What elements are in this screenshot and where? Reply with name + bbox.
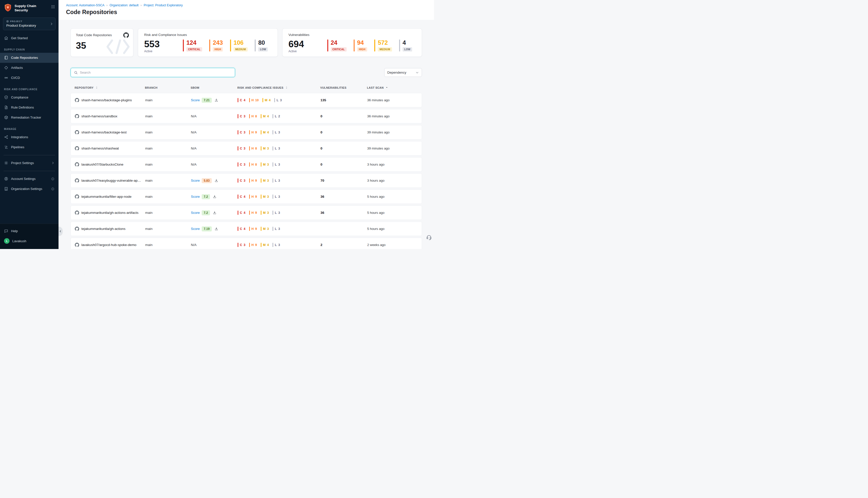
- table-row[interactable]: shash-harness/backstage-plugins main Sco…: [70, 93, 422, 107]
- severity-count: 9: [255, 131, 257, 134]
- repo-cell: shash-harness/sandbox: [75, 114, 145, 118]
- severity-bar: [249, 243, 250, 247]
- repo-name[interactable]: shash-harness/shashwat: [81, 146, 119, 150]
- sidebar-item-rule-definitions[interactable]: Rule Definitions: [0, 103, 58, 113]
- sidebar-item-remediation-tracker[interactable]: Remediation Tracker: [0, 113, 58, 122]
- risk-cell: C3 H8 M3 L3: [238, 146, 320, 150]
- sbom-score-link[interactable]: Score: [191, 195, 200, 198]
- repo-name[interactable]: shash-harness/backstage-test: [81, 130, 126, 134]
- repo-name[interactable]: tejakummarikuntla/gh-actions: [81, 227, 125, 231]
- column-header-risk[interactable]: RISK AND COMPLIANCE ISSUES: [237, 86, 320, 89]
- table-row[interactable]: lavakush07/argocd-hub-spoke-demo main N/…: [70, 238, 422, 249]
- severity-medium: M3: [261, 179, 269, 183]
- severity-count: 3: [267, 227, 269, 231]
- stat-value: 572: [378, 39, 392, 46]
- sidebar-footer: Help L Lavakush: [0, 224, 58, 249]
- download-icon[interactable]: [213, 211, 216, 214]
- sbom-score-link[interactable]: Score: [191, 98, 200, 102]
- severity-critical: C4: [238, 227, 245, 231]
- severity-letter: L: [275, 131, 277, 134]
- severity-count: 3: [267, 179, 269, 182]
- stat-value: 106: [233, 39, 248, 46]
- download-icon[interactable]: [214, 179, 218, 182]
- severity-critical: C3: [238, 243, 245, 247]
- repo-cell: tejakummarikuntla/gh-actions: [75, 227, 145, 231]
- severity-medium: M3: [261, 227, 269, 231]
- table-row[interactable]: tejakummarikuntla/gh-actions main Score7…: [70, 222, 422, 236]
- sidebar-item-user[interactable]: L Lavakush: [0, 236, 58, 246]
- stat-label: MEDIUM: [233, 47, 248, 52]
- table-row[interactable]: lavakush07/StarbucksClone main N/A C3 H8…: [70, 157, 422, 172]
- sidebar-item-help[interactable]: Help: [0, 226, 58, 236]
- sidebar-item-integrations[interactable]: Integrations: [0, 132, 58, 142]
- sbom-cell: Score7.19: [191, 226, 238, 232]
- repo-name[interactable]: shash-harness/sandbox: [81, 114, 117, 118]
- sidebar-item-artifacts[interactable]: Artifacts: [0, 63, 58, 73]
- vulnerabilities-count: 36: [320, 211, 367, 214]
- repo-name[interactable]: lavakush07/easybuggy-vulnerable-app...: [81, 179, 142, 182]
- severity-count: 2: [278, 115, 280, 118]
- download-icon[interactable]: [213, 195, 216, 198]
- breadcrumb-account[interactable]: Account: Automation-SSCA: [66, 3, 105, 7]
- sidebar-item-label: Account Settings: [11, 177, 36, 181]
- module-switcher-icon[interactable]: [51, 3, 55, 10]
- severity-medium: M4: [263, 98, 270, 102]
- severity-bar: [183, 39, 184, 52]
- sidebar-item-compliance[interactable]: Compliance: [0, 92, 58, 103]
- last-scan: 3 hours ago: [367, 179, 418, 182]
- repo-name[interactable]: tejakummarikuntla/filler-app-node: [81, 195, 132, 198]
- breadcrumb-organization[interactable]: Organization: default: [109, 3, 138, 7]
- severity-letter: C: [240, 131, 242, 134]
- card-title: Vulnerabilities: [289, 33, 416, 37]
- download-icon[interactable]: [214, 98, 218, 102]
- sort-icon[interactable]: [95, 86, 98, 89]
- column-header-repository[interactable]: REPOSITORY: [75, 86, 145, 89]
- repo-name[interactable]: shash-harness/backstage-plugins: [81, 98, 132, 102]
- sbom-score-link[interactable]: Score: [191, 227, 200, 231]
- sbom-na: N/A: [191, 243, 197, 247]
- sbom-score-link[interactable]: Score: [191, 179, 200, 182]
- download-icon[interactable]: [214, 227, 218, 231]
- dependency-filter-dropdown[interactable]: Dependency: [384, 68, 422, 77]
- filter-selected-value: Dependency: [387, 70, 406, 74]
- sidebar-item-get-started[interactable]: Get Started: [0, 33, 58, 43]
- severity-bar: [249, 130, 250, 134]
- sidebar-item-label: Get Started: [11, 36, 28, 40]
- sidebar-item-label: Compliance: [11, 95, 28, 99]
- sidebar-item-code-repositories[interactable]: Code Repositories: [0, 53, 58, 63]
- sbom-cell: Score7.2: [191, 210, 238, 215]
- sidebar-item-pipelines[interactable]: Pipelines: [0, 142, 58, 152]
- severity-bar: [238, 227, 238, 231]
- severity-high: H9: [249, 243, 257, 247]
- column-header-last-scan[interactable]: LAST SCAN: [367, 86, 418, 89]
- sidebar-item-cicd[interactable]: CI/CD: [0, 73, 58, 83]
- table-row[interactable]: shash-harness/shashwat main N/A C3 H8 M3…: [70, 141, 422, 156]
- severity-low: L3: [272, 162, 280, 167]
- repo-name[interactable]: tejakummarikuntla/gh-actions-artifacts: [81, 211, 138, 214]
- project-selector[interactable]: PROJECT Product Exploratory: [3, 17, 55, 30]
- sidebar-item-project-settings[interactable]: Project Settings: [0, 158, 58, 168]
- sort-icon[interactable]: [285, 86, 288, 89]
- integrations-icon: [4, 135, 8, 139]
- table-row[interactable]: shash-harness/backstage-test main N/A C3…: [70, 125, 422, 140]
- repo-name[interactable]: lavakush07/argocd-hub-spoke-demo: [81, 243, 136, 247]
- total-repos-card: Total Code Repositories 35: [70, 28, 133, 57]
- repo-name[interactable]: lavakush07/StarbucksClone: [81, 162, 123, 166]
- sidebar-item-account-settings[interactable]: Account Settings: [0, 174, 58, 184]
- search-input[interactable]: [80, 70, 232, 74]
- table-row[interactable]: tejakummarikuntla/gh-actions-artifacts m…: [70, 206, 422, 220]
- table-row[interactable]: shash-harness/sandbox main N/A C3 H8 M4 …: [70, 109, 422, 123]
- table-row[interactable]: lavakush07/easybuggy-vulnerable-app... m…: [70, 173, 422, 188]
- sbom-score-link[interactable]: Score: [191, 211, 200, 214]
- severity-bar: [261, 211, 262, 215]
- breadcrumb-project[interactable]: Project: Product Exploratory: [144, 3, 183, 7]
- support-headset-button[interactable]: [426, 234, 432, 241]
- sort-ascending-icon[interactable]: [385, 86, 388, 89]
- severity-count: 3: [267, 163, 269, 166]
- sbom-cell: N/A: [191, 146, 238, 150]
- table-row[interactable]: tejakummarikuntla/filler-app-node main S…: [70, 189, 422, 204]
- sidebar-item-organization-settings[interactable]: Organization Settings: [0, 184, 58, 194]
- severity-bar: [249, 162, 250, 167]
- column-label: LAST SCAN: [367, 86, 384, 89]
- severity-bar: [209, 39, 210, 52]
